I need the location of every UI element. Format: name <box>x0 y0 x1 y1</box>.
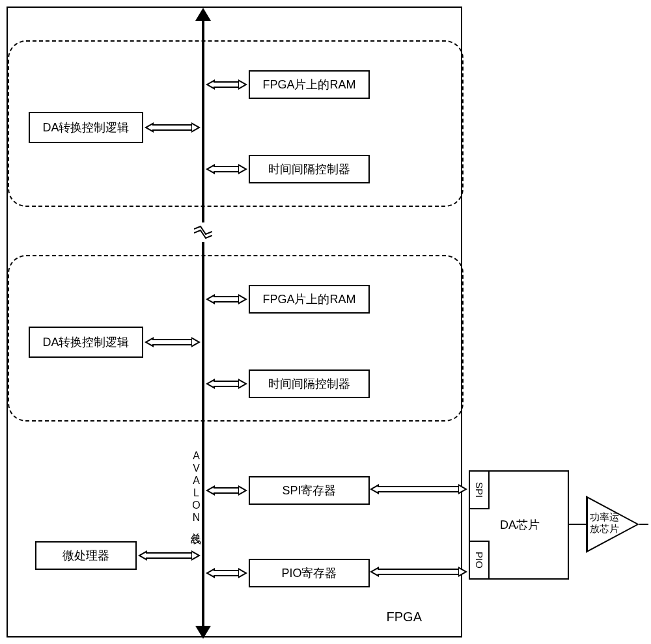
fpga-container: AVALON总线 DA转换控制逻辑 FPGA片上的RAM 时间间隔控制器 DA转… <box>7 7 462 637</box>
da-chip-label: DA芯片 <box>500 517 540 533</box>
biarrow-icon <box>206 379 247 389</box>
spi-port: SPI <box>469 470 490 509</box>
opamp-label-line2: 放芯片 <box>590 523 619 534</box>
bus-break-icon <box>194 222 212 242</box>
da-conversion-logic-2: DA转换控制逻辑 <box>29 327 143 358</box>
biarrow-icon <box>370 567 467 577</box>
opamp-label: 功率运 放芯片 <box>590 511 619 535</box>
time-interval-controller-2: 时间间隔控制器 <box>249 369 370 398</box>
microprocessor: 微处理器 <box>35 541 137 570</box>
biarrow-icon <box>138 550 201 561</box>
pio-port: PIO <box>469 541 490 580</box>
da-chip: SPI PIO DA芯片 <box>469 470 569 580</box>
connector-line <box>569 524 586 525</box>
biarrow-icon <box>206 164 247 174</box>
biarrow-icon <box>145 122 201 133</box>
fpga-ram-2: FPGA片上的RAM <box>249 285 370 314</box>
da-conversion-logic-1: DA转换控制逻辑 <box>29 112 143 143</box>
bus-arrow-up-icon <box>195 8 211 21</box>
avalon-bus-label: AVALON总线 <box>189 450 202 527</box>
biarrow-icon <box>206 568 247 578</box>
connector-line <box>639 524 648 525</box>
pio-register: PIO寄存器 <box>249 559 370 587</box>
biarrow-icon <box>370 484 467 494</box>
biarrow-icon <box>206 79 247 90</box>
spi-register: SPI寄存器 <box>249 476 370 505</box>
fpga-label: FPGA <box>387 610 422 624</box>
bus-arrow-down-icon <box>195 626 211 639</box>
biarrow-icon <box>145 337 201 347</box>
biarrow-icon <box>206 485 247 496</box>
opamp-label-line1: 功率运 <box>590 511 619 522</box>
time-interval-controller-1: 时间间隔控制器 <box>249 155 370 183</box>
biarrow-icon <box>206 294 247 304</box>
fpga-ram-1: FPGA片上的RAM <box>249 70 370 99</box>
